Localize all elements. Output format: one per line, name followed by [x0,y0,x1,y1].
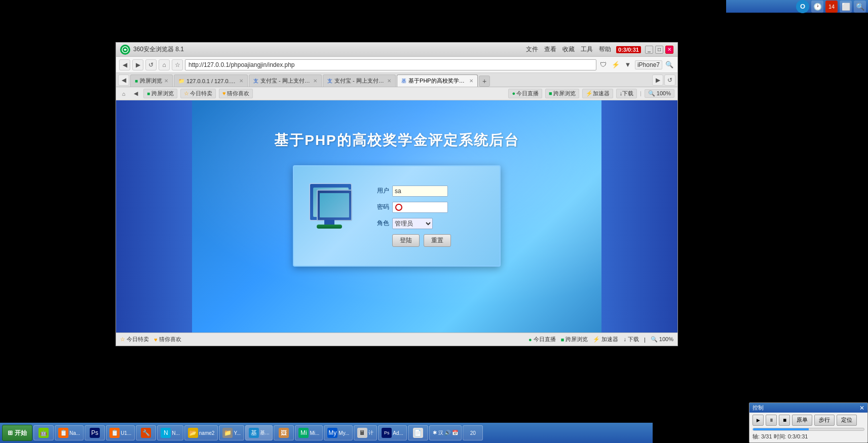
taskbar-photo[interactable]: 🖼 [274,425,294,440]
bm-accelerator[interactable]: ⚡加速器 [582,89,613,98]
bottom-guess-like[interactable]: ♥ 猜你喜欢 [154,336,181,343]
url-input[interactable] [185,59,596,70]
search-icon[interactable]: 🔍 [664,60,674,70]
bm-kuaping2[interactable]: ■跨屏浏览 [545,89,579,98]
login-button[interactable]: 登陆 [392,234,420,247]
cp-btn-buxing[interactable]: 步行 [814,415,835,426]
bm-arrow[interactable]: ◀ [131,89,140,98]
taskbar-photoshop1[interactable]: Ps [85,425,105,440]
taskbar-app1[interactable]: 📋 Na... [55,425,84,440]
taskbar-calc[interactable]: 🖩 计 [354,425,377,440]
new-tab-button[interactable]: + [479,76,490,87]
app2-icon: 📋 [109,428,120,438]
monitor2 [317,190,352,221]
tab-close-2[interactable]: ✕ [313,78,317,84]
bottom-zoom[interactable]: 🔍 100% [651,336,673,343]
menu-help[interactable]: 帮助 [599,45,611,54]
android-icon: 🤖 [39,428,49,438]
menu-file[interactable]: 文件 [526,45,538,54]
app8-icon: My [327,428,337,438]
tab-label-0: 跨屏浏览 [140,77,162,85]
recording-timer: 0:3/0:31 [616,46,641,53]
login-box: 用户 密码 角色 管理员 学生 [293,165,501,267]
lightning-icon[interactable]: ⚡ [611,60,621,70]
tab-item-4[interactable]: 基 基于PHP的高校奖学金评定系统 ✕ [397,75,478,87]
tab-close-1[interactable]: ✕ [239,78,243,84]
taskbar-ps2[interactable]: Ps Ad... [378,425,407,440]
bottom-live[interactable]: ● 今日直播 [529,336,556,343]
tab-back-btn[interactable]: ◀ [118,75,129,86]
bm-kuaping[interactable]: 跨屏浏览 [143,89,177,98]
password-wrapper [392,202,448,213]
bottom-kuaping[interactable]: ■ 跨屏浏览 [561,336,588,343]
bm-guess-you-like[interactable]: ♥猜你喜欢 [219,89,253,98]
cp-btn-yuandan[interactable]: 原单 [792,415,812,426]
bookmark-star[interactable]: ☆ [172,59,183,70]
tab-item-3[interactable]: 支 支付宝 - 网上支付 安全快速！ ✕ [323,75,396,87]
start-button[interactable]: ⊞ 开始 [2,425,32,441]
taskbar-app3[interactable]: 🔧 [136,425,156,440]
reset-button[interactable]: 重置 [424,234,451,247]
top-right-icon-mail[interactable]: 14 [825,1,838,13]
top-right-icon-clock[interactable]: 🕐 [811,1,823,13]
username-input[interactable] [392,186,448,197]
dropdown-icon[interactable]: ▼ [623,60,633,70]
browser-window: 360安全浏览器 8.1 文件 查看 收藏 工具 帮助 0:3/0:31 _ □… [116,42,678,346]
bm-zoom[interactable]: 🔍 100% [645,89,674,98]
taskbar-app7[interactable]: Mi Mi... [295,425,323,440]
password-circle-indicator [395,204,402,211]
taskbar-app9[interactable]: 📄 [408,425,428,440]
minimize-button[interactable]: _ [645,46,653,54]
cp-btn-stop[interactable]: ⏹ [779,415,790,426]
address-icons: 🛡 ⚡ ▼ iPhone7 🔍 [598,60,674,70]
form-buttons: 登陆 重置 [392,234,489,247]
cp-close-button[interactable]: ✕ [859,404,864,412]
taskbar-app2[interactable]: 📋 U1... [106,425,135,440]
bottom-download[interactable]: ↓ 下载 [623,336,639,343]
cp-btn-pause[interactable]: ⏸ [766,415,777,426]
taskbar-app5[interactable]: 📂 name2 [184,425,218,440]
bm-live[interactable]: ●今日直播 [508,89,542,98]
tab-item-0[interactable]: ■ 跨屏浏览 ✕ [130,75,173,87]
tab-close-3[interactable]: ✕ [387,78,391,84]
close-button[interactable]: ✕ [665,46,673,54]
taskbar-num[interactable]: 20 [463,425,483,440]
tab-menu-btn[interactable]: ↺ [664,75,675,86]
menu-tools[interactable]: 工具 [581,45,593,54]
top-right-icon-blue[interactable]: O [796,0,809,13]
bottom-accelerator[interactable]: ⚡ 加速器 [593,336,618,343]
taskbar-browser[interactable]: 基 基... [245,425,273,440]
top-right-icon-window[interactable]: ⬜ [840,1,852,13]
app3-icon: 🔧 [141,428,151,438]
home-button[interactable]: ⌂ [159,59,170,70]
maximize-button[interactable]: □ [655,46,663,54]
title-bar: 360安全浏览器 8.1 文件 查看 收藏 工具 帮助 0:3/0:31 _ □… [116,43,677,57]
tab-item-2[interactable]: 支 支付宝 - 网上支付 安全快速！ ✕ [249,75,322,87]
bm-today-special[interactable]: ☆今日特卖 [180,89,216,98]
menu-view[interactable]: 查看 [544,45,556,54]
tab-forward-btn[interactable]: ▶ [652,75,663,86]
cp-btn-dingwei[interactable]: 定位 [837,415,857,426]
taskbar-icons-group[interactable]: ✱ 汉 🔊 📅 [429,425,462,440]
bm-home[interactable]: ⌂ [119,89,128,98]
bm-download[interactable]: ↓下载 [616,89,637,98]
tab-item-1[interactable]: 📁 127.0.0.1 / 127.0.0.1:3306 / ✕ [174,75,248,87]
tab-close-0[interactable]: ✕ [164,78,168,84]
role-select[interactable]: 管理员 学生 [392,218,433,229]
forward-button[interactable]: ▶ [132,59,143,70]
bottom-today-special[interactable]: ☆ 今日特卖 [120,336,149,343]
menu-favorites[interactable]: 收藏 [562,45,575,54]
taskbar-app4[interactable]: N N... [157,425,183,440]
refresh-button[interactable]: ↺ [145,59,157,70]
taskbar-app8[interactable]: My My... [324,425,353,440]
cp-btn-play[interactable]: ▶ [752,415,764,426]
back-button[interactable]: ◀ [119,59,130,70]
tab-close-4[interactable]: ✕ [469,78,473,84]
taskbar-android[interactable]: 🤖 [33,425,54,440]
username-label: 用户 [375,187,389,195]
iphone-label[interactable]: iPhone7 [635,60,662,69]
tab-label-2: 支付宝 - 网上支付 安全快速！ [260,77,311,85]
taskbar-app6[interactable]: 📁 Y... [219,425,244,440]
cp-control-buttons: ▶ ⏸ ⏹ 原单 步行 定位 [752,415,864,426]
top-right-icon-search[interactable]: 🔍 [854,1,866,13]
